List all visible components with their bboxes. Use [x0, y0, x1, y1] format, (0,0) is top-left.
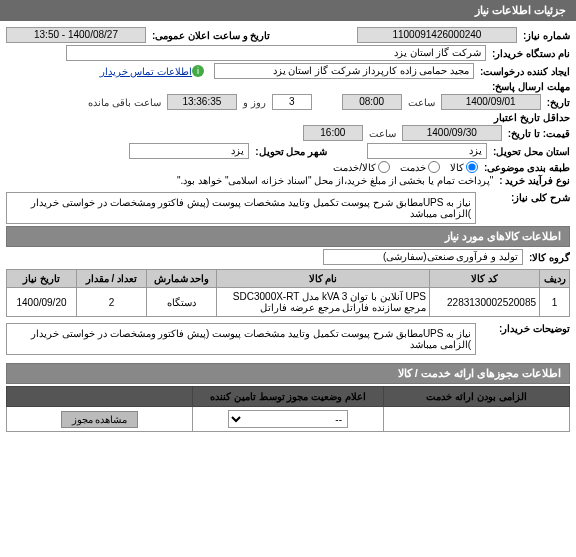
public-date-value: 1400/08/27 - 13:50: [6, 27, 146, 43]
time-remain: 13:36:35: [167, 94, 237, 110]
province-value: یزد: [367, 143, 487, 159]
cell-date: 1400/09/20: [7, 288, 77, 317]
category-label: طبقه بندی موضوعی:: [484, 162, 570, 173]
valid-from-label: حداقل تاریخ اعتبار: [480, 112, 570, 123]
days-remain: 3: [272, 94, 312, 110]
radio-service-label: خدمت: [400, 162, 426, 173]
th-qty: تعداد / مقدار: [77, 270, 147, 288]
th-unit: واحد شمارش: [147, 270, 217, 288]
th-action: [7, 387, 193, 407]
permits-row: -- مشاهده مجوز: [7, 407, 570, 432]
time-label-1: ساعت: [408, 97, 435, 108]
need-desc-text: نیاز به UPSمطابق شرح پیوست تکمیل وتایید …: [6, 192, 476, 224]
status-select[interactable]: --: [228, 410, 348, 428]
item-group-label: گروه کالا:: [529, 252, 570, 263]
cell-unit: دستگاه: [147, 288, 217, 317]
th-need-date: تاریخ نیاز: [7, 270, 77, 288]
valid-date: 1400/09/30: [402, 125, 502, 141]
cell-qty: 2: [77, 288, 147, 317]
radio-goods-label: کالا: [450, 162, 464, 173]
cell-code: 2283130002520085: [430, 288, 540, 317]
deadline-label: مهلت ارسال پاسخ:: [492, 81, 570, 92]
cell-row: 1: [540, 288, 570, 317]
valid-time: 16:00: [303, 125, 363, 141]
radio-both[interactable]: کالا/خدمت: [333, 161, 390, 173]
date-label: تاریخ:: [547, 97, 570, 108]
cell-name: UPS آنلاین با توان kVA 3 مدل SDC3000X-RT…: [217, 288, 430, 317]
radio-goods[interactable]: کالا: [450, 161, 478, 173]
city-label: شهر محل تحویل:: [255, 146, 327, 157]
item-group-value: تولید و فرآوری صنعتی(سفارشی): [323, 249, 523, 265]
deadline-time: 08:00: [342, 94, 402, 110]
th-code: کد کالا: [430, 270, 540, 288]
buyer-notes-label: توضیحات خریدار:: [490, 323, 570, 334]
time-label-2: ساعت: [369, 128, 396, 139]
buyer-notes-text: نیاز به UPSمطابق شرح پیوست تکمیل وتایید …: [6, 323, 476, 355]
th-name: نام کالا: [217, 270, 430, 288]
need-desc-label: شرح کلی نیاز:: [490, 192, 570, 203]
purchase-type-label: نوع فرآیند خرید :: [499, 175, 570, 186]
province-label: استان محل تحویل:: [493, 146, 570, 157]
deadline-date: 1400/09/01: [441, 94, 541, 110]
radio-both-label: کالا/خدمت: [333, 162, 376, 173]
th-mandatory: الزامی بودن ارائه خدمت: [384, 387, 570, 407]
th-row: ردیف: [540, 270, 570, 288]
days-label: روز و: [243, 97, 266, 108]
device-name-label: نام دستگاه خریدار:: [492, 48, 570, 59]
city-value: یزد: [129, 143, 249, 159]
need-no-value: 1100091426000240: [357, 27, 517, 43]
price-until-label: قیمت: تا تاریخ:: [508, 128, 570, 139]
remain-label: ساعت باقی مانده: [88, 97, 161, 108]
th-status: اعلام وضعیت مجوز توسط تامین کننده: [192, 387, 383, 407]
view-permit-button[interactable]: مشاهده مجوز: [61, 411, 139, 428]
need-no-label: شماره نیاز:: [523, 30, 570, 41]
payment-note: "پرداخت تمام یا بخشی از مبلغ خرید،از محل…: [177, 175, 493, 186]
device-name-value: شرکت گاز استان یزد: [66, 45, 486, 61]
permits-table: الزامی بودن ارائه خدمت اعلام وضعیت مجوز …: [6, 386, 570, 432]
requester-label: ایجاد کننده درخواست:: [480, 66, 570, 77]
permits-header: اطلاعات مجوزهای ارائه خدمت / کالا: [6, 363, 570, 384]
contact-info-link[interactable]: اطلاعات تماس خریدار: [100, 66, 193, 77]
public-date-label: تاریخ و ساعت اعلان عمومی:: [152, 30, 270, 41]
requester-value: مجید حمامی زاده کارپرداز شرکت گاز استان …: [214, 63, 474, 79]
table-row: 1 2283130002520085 UPS آنلاین با توان kV…: [7, 288, 570, 317]
main-form: شماره نیاز: 1100091426000240 تاریخ و ساع…: [0, 21, 576, 436]
info-icon: i: [192, 65, 204, 77]
items-info-header: اطلاعات کالاهای مورد نیاز: [6, 226, 570, 247]
items-table: ردیف کد کالا نام کالا واحد شمارش تعداد /…: [6, 269, 570, 317]
page-header: جزئیات اطلاعات نیاز: [0, 0, 576, 21]
radio-service[interactable]: خدمت: [400, 161, 440, 173]
